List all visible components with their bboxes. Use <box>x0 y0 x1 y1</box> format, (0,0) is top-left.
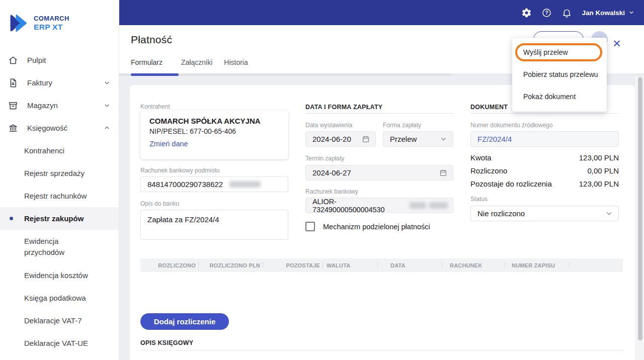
forma-zaplaty-label: Forma zapłaty <box>383 122 453 129</box>
rachunek-bankowy-input[interactable]: ALIOR-732490000500004530 <box>305 198 453 213</box>
sidebar-item-magazyn[interactable]: Magazyn <box>0 94 119 117</box>
menu-item-wyslij-przelew[interactable]: Wyślij przelew <box>512 41 607 63</box>
amounts-block: Kwota 123,00 PLN Rozliczono 0,00 PLN Poz… <box>470 151 619 190</box>
kontrahent-nip: NIP/PESEL: 677-00-65-406 <box>149 127 279 135</box>
rachunek-podmiotu-input[interactable]: 848147000290738622 <box>140 176 288 192</box>
checkbox-unchecked[interactable] <box>305 222 315 231</box>
column-header[interactable]: NUMER ZAPISU <box>505 258 570 272</box>
tab-formularz[interactable]: Formularz <box>131 58 163 66</box>
sidebar-item-rejestr-zakupow[interactable]: Rejestr zakupów <box>0 207 119 230</box>
column-data-forma: DATA I FORMA ZAPŁATY Data wystawienia Fo… <box>305 100 453 251</box>
user-name: Jan Kowalski <box>582 9 625 17</box>
actions-context-menu: Wyślij przelew Pobierz status przelewu P… <box>512 38 607 112</box>
amount-value: 0,00 PLN <box>587 166 619 175</box>
sidebar-item-rejestr-rachunkow[interactable]: Rejestr rachunków <box>0 185 119 207</box>
status-select[interactable]: Nie rozliczono <box>470 206 619 221</box>
data-wystawienia-input[interactable]: 2024-06-20 <box>305 131 376 147</box>
main-area: ? Jan Kowalski Płatność Formularz Załącz… <box>119 0 644 360</box>
sidebar-item-label: Faktury <box>27 78 103 87</box>
amount-label: Rozliczono <box>470 166 507 175</box>
sidebar-item-pulpit[interactable]: Pulpit <box>0 49 119 71</box>
change-data-link[interactable]: Zmień dane <box>149 140 279 148</box>
topbar: ? Jan Kowalski <box>119 0 644 25</box>
rachunek-podmiotu-value: 848147000290738622 <box>147 180 223 189</box>
amount-label: Kwota <box>470 153 492 162</box>
chevron-down-icon <box>628 10 634 16</box>
brand-line2: ERP XT <box>34 23 69 32</box>
rachunek-bankowy-label: Rachunek bankowy <box>305 188 453 195</box>
sidebar-item-kontrahenci[interactable]: Kontrahenci <box>0 139 119 162</box>
close-icon[interactable]: ✕ <box>610 37 623 50</box>
home-icon <box>8 55 19 66</box>
amount-row-kwota: Kwota 123,00 PLN <box>470 151 619 164</box>
chevron-down-icon <box>103 102 111 109</box>
chevron-down-icon <box>103 79 111 86</box>
sidebar-item-rejestr-sprzedazy[interactable]: Rejestr sprzedaży <box>0 162 119 185</box>
subitem-label: Rejestr sprzedaży <box>24 169 85 177</box>
column-kontrahent: Kontrahent COMARCH SPÓŁKA AKCYJNA NIP/PE… <box>140 100 288 251</box>
column-header[interactable]: WALUTA <box>323 258 378 272</box>
form-grid: Kontrahent COMARCH SPÓŁKA AKCYJNA NIP/PE… <box>140 100 623 251</box>
termin-zaplaty-input[interactable]: 2024-06-27 <box>305 165 453 181</box>
data-wystawienia-label: Data wystawienia <box>305 122 376 129</box>
termin-zaplaty-label: Termin zapłaty <box>305 155 453 162</box>
split-payment-checkbox-row[interactable]: Mechanizm podzielonej płatności <box>305 222 453 231</box>
subitem-label: Deklaracje VAT-UE <box>24 339 88 347</box>
numer-dokumentu-label: Numer dokumentu źródłowego <box>470 122 619 129</box>
sidebar-subnav: Kontrahenci Rejestr sprzedaży Rejestr ra… <box>0 139 119 354</box>
chevron-down-icon <box>605 209 613 218</box>
user-menu[interactable]: Jan Kowalski <box>582 9 634 17</box>
sidebar-item-ksiega-podatkowa[interactable]: Księga podatkowa <box>0 287 119 309</box>
opis-do-banku-input[interactable]: Zapłata za FZ/2024/4 <box>140 210 288 240</box>
forma-zaplaty-value: Przelew <box>390 135 417 143</box>
kontrahent-label: Kontrahent <box>140 103 288 110</box>
vertical-scrollbar[interactable] <box>635 76 644 360</box>
sidebar-item-label: Magazyn <box>27 101 103 110</box>
vertical-scrollbar-thumb[interactable] <box>638 77 642 340</box>
sidebar-item-faktury[interactable]: Faktury <box>0 71 119 94</box>
numer-dokumentu-input[interactable]: FZ/2024/4 <box>470 131 619 147</box>
sidebar-item-ksiegowosc[interactable]: Księgowość <box>0 117 119 139</box>
settlements-table-header: ROZLICZONO ROZLICZONO PLN POZOSTAJE WALU… <box>140 258 623 272</box>
sidebar-item-ewidencja-kosztow[interactable]: Ewidencja kosztów <box>0 264 119 287</box>
sidebar-item-label: Księgowość <box>27 124 103 132</box>
redacted-blur <box>229 181 261 188</box>
opis-do-banku-value: Zapłata za FZ/2024/4 <box>147 215 219 224</box>
calendar-icon[interactable] <box>439 168 448 177</box>
forma-zaplaty-select[interactable]: Przelew <box>383 131 453 147</box>
sidebar-item-deklaracje-vatue[interactable]: Deklaracje VAT-UE <box>0 332 119 354</box>
subitem-label: Ewidencja przychodów <box>24 236 91 258</box>
tab-historia[interactable]: Historia <box>224 58 248 66</box>
app-window: COMARCH ERP XT Pulpit <box>0 0 644 360</box>
column-header[interactable]: ROZLICZONO PLN <box>199 258 263 272</box>
invoice-icon <box>8 77 19 88</box>
sidebar-item-ewidencja-przychodow[interactable]: Ewidencja przychodów <box>0 230 119 264</box>
calendar-icon[interactable] <box>361 135 370 144</box>
active-item-bullet <box>10 217 13 220</box>
tab-zalaczniki[interactable]: Załączniki <box>181 58 212 66</box>
help-icon[interactable]: ? <box>541 8 552 18</box>
termin-zaplaty-value: 2024-06-27 <box>312 168 351 177</box>
source-document-link[interactable]: FZ/2024/4 <box>477 135 512 143</box>
sidebar: COMARCH ERP XT Pulpit <box>0 0 119 360</box>
notifications-bell-icon[interactable] <box>561 8 572 18</box>
menu-item-pokaz-dokument[interactable]: Pokaż dokument <box>512 85 607 108</box>
column-header[interactable]: ROZLICZONO <box>140 258 199 272</box>
kontrahent-name: COMARCH SPÓŁKA AKCYJNA <box>149 117 279 125</box>
brand-logo[interactable]: COMARCH ERP XT <box>0 0 119 33</box>
menu-item-pobierz-status[interactable]: Pobierz status przelewu <box>512 63 607 85</box>
amount-label: Pozostaje do rozliczenia <box>470 179 552 188</box>
settings-gear-icon[interactable] <box>521 8 532 18</box>
column-dokument: DOKUMENT Numer dokumentu źródłowego FZ/2… <box>470 100 619 251</box>
add-settlement-button[interactable]: Dodaj rozliczenie <box>140 313 229 330</box>
column-header[interactable]: DATA <box>378 258 442 272</box>
sidebar-item-deklaracje-vat7[interactable]: Deklaracje VAT-7 <box>0 309 119 332</box>
section-divider <box>305 113 453 114</box>
subitem-label: Deklaracje VAT-7 <box>24 316 82 325</box>
chevron-up-icon <box>103 124 111 132</box>
comarch-logo-icon <box>8 13 28 33</box>
kontrahent-card: COMARCH SPÓŁKA AKCYJNA NIP/PESEL: 677-00… <box>140 110 288 159</box>
sidebar-nav: Pulpit Faktury <box>0 49 119 354</box>
column-header[interactable]: RACHUNEK <box>442 258 505 272</box>
column-header[interactable]: POZOSTAJE <box>263 258 323 272</box>
